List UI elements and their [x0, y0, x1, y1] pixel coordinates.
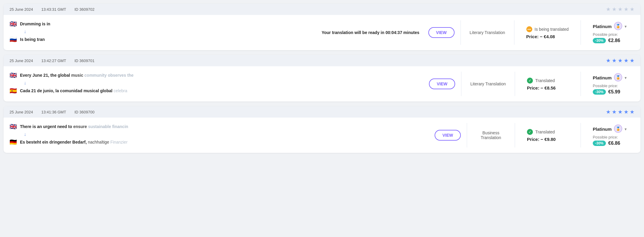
- expand-icon[interactable]: ▾: [625, 127, 626, 131]
- order-id: ID 3609700: [74, 110, 94, 114]
- source-bold-text: Drumming is in: [20, 21, 50, 26]
- arrow-icon: ↓: [24, 132, 435, 137]
- star-rating: ★★★★★: [606, 57, 634, 64]
- view-button[interactable]: VIEW: [429, 79, 455, 89]
- platinum-section: Platinum 🏅 ▾ Possible price: -30% €2.86: [587, 22, 634, 43]
- timer-section: Your translation will be ready in 00:04:…: [313, 30, 428, 35]
- target-bold-text: Is being tran: [20, 37, 45, 42]
- order-body: 🇬🇧 Every June 21, the global music commu…: [4, 66, 640, 101]
- source-normal-text: music: [70, 73, 84, 78]
- order-card: 25 June 2024 13:41:36 GMT ID 3609700 ★★★…: [4, 106, 640, 153]
- divider-3: [581, 123, 581, 147]
- target-text: Is being tran: [20, 37, 45, 42]
- star-icon[interactable]: ★: [630, 109, 634, 115]
- star-icon[interactable]: ★: [606, 109, 611, 115]
- order-id: ID 3609701: [74, 59, 94, 63]
- status-section: ✓ Translated Price: − €8.56: [521, 78, 575, 90]
- translation-text: 🇬🇧 There is an urgent need to ensure sus…: [10, 123, 435, 147]
- translation-text: 🇬🇧 Drumming is in ↓ 🇷🇺 Is being tran: [10, 20, 313, 45]
- target-flag: 🇩🇪: [10, 138, 17, 146]
- order-date: 25 June 2024: [10, 7, 33, 12]
- translation-type: BusinessTranslation: [473, 130, 509, 140]
- target-faded-text: celebra: [112, 88, 127, 93]
- expand-icon[interactable]: ▾: [625, 76, 626, 80]
- star-icon[interactable]: ★: [618, 6, 623, 13]
- source-text: Every June 21, the global music communit…: [20, 73, 133, 78]
- svg-text:🏅: 🏅: [616, 75, 621, 80]
- source-normal-text: ensure: [72, 124, 88, 129]
- divider-2: [515, 123, 515, 147]
- translation-type: Literary Translation: [467, 30, 508, 35]
- star-icon[interactable]: ★: [606, 57, 611, 64]
- view-button[interactable]: VIEW: [435, 130, 461, 141]
- source-bold-text: Every June 21, the global: [20, 73, 70, 78]
- star-icon[interactable]: ★: [624, 6, 629, 13]
- discount-badge: -30%: [593, 38, 606, 43]
- discount-badge: -30%: [593, 89, 606, 95]
- source-flag: 🇬🇧: [10, 123, 17, 130]
- svg-text:🏅: 🏅: [616, 126, 621, 131]
- translation-text: 🇬🇧 Every June 21, the global music commu…: [10, 72, 429, 96]
- star-rating: ★★★★★: [606, 6, 634, 13]
- divider-3: [581, 20, 581, 45]
- star-icon[interactable]: ★: [612, 57, 617, 64]
- order-body: 🇬🇧 There is an urgent need to ensure sus…: [4, 118, 640, 153]
- target-text: Es besteht ein dringender Bedarf, nachha…: [20, 140, 127, 144]
- star-icon[interactable]: ★: [606, 6, 611, 13]
- price-label: Price: − €9.80: [527, 137, 569, 142]
- star-icon[interactable]: ★: [624, 109, 629, 115]
- divider-3: [581, 72, 581, 96]
- status-section: ✓ Translated Price: − €9.80: [521, 129, 575, 142]
- star-rating: ★★★★★: [606, 109, 634, 115]
- star-icon[interactable]: ★: [618, 109, 623, 115]
- target-normal-text: nachhaltige: [87, 140, 110, 144]
- platinum-section: Platinum 🏅 ▾ Possible price: -30% €6.86: [587, 124, 634, 146]
- platinum-label: Platinum: [593, 75, 612, 80]
- source-bold-text: There is an urgent need to: [20, 124, 72, 129]
- expand-icon[interactable]: ▾: [625, 24, 626, 29]
- star-icon[interactable]: ★: [612, 6, 617, 13]
- platinum-title: Platinum 🏅 ▾: [593, 22, 631, 31]
- target-row: 🇩🇪 Es besteht ein dringender Bedarf, nac…: [10, 138, 435, 146]
- target-flag: 🇷🇺: [10, 36, 17, 43]
- platinum-label: Platinum: [593, 24, 612, 29]
- divider-1: [461, 20, 461, 45]
- discounted-price: €2.86: [608, 38, 620, 43]
- price-label: Price: − €8.56: [527, 85, 569, 90]
- arrow-icon: ↓: [24, 81, 429, 85]
- order-header-info: 25 June 2024 13:43:31 GMT ID 3609702: [10, 7, 94, 12]
- translating-icon: •••: [526, 26, 532, 32]
- order-time: 13:42:27 GMT: [41, 59, 66, 63]
- target-bold-text: Es besteht ein dringender Bedarf,: [20, 140, 87, 144]
- order-header-info: 25 June 2024 13:42:27 GMT ID 3609701: [10, 59, 94, 63]
- order-header: 25 June 2024 13:41:36 GMT ID 3609700 ★★★…: [4, 106, 640, 118]
- divider-2: [514, 20, 514, 45]
- status-row: ••• Is being translated: [526, 26, 569, 32]
- discounted-price: €6.86: [608, 141, 620, 146]
- order-time: 13:43:31 GMT: [41, 7, 66, 12]
- discount-row: -30% €2.86: [593, 38, 631, 43]
- possible-price-label: Possible price:: [593, 135, 631, 139]
- translated-icon: ✓: [527, 78, 533, 84]
- platinum-badge-icon: 🏅: [614, 22, 622, 31]
- star-icon[interactable]: ★: [618, 57, 623, 64]
- order-id: ID 3609702: [74, 7, 94, 12]
- possible-price-label: Possible price:: [593, 32, 631, 37]
- source-text: There is an urgent need to ensure sustai…: [20, 124, 128, 129]
- target-faded-text: Finanzier: [110, 140, 127, 144]
- order-card: 25 June 2024 13:43:31 GMT ID 3609702 ★★★…: [4, 4, 640, 50]
- arrow-icon: ↓: [24, 29, 313, 34]
- target-text: Cada 21 de junio, la comunidad musical g…: [20, 88, 127, 93]
- star-icon[interactable]: ★: [624, 57, 629, 64]
- order-date: 25 June 2024: [10, 110, 33, 114]
- source-row: 🇬🇧 There is an urgent need to ensure sus…: [10, 123, 435, 130]
- star-icon[interactable]: ★: [630, 6, 634, 13]
- status-row: ✓ Translated: [527, 78, 569, 84]
- order-body: 🇬🇧 Drumming is in ↓ 🇷🇺 Is being tran You…: [4, 15, 640, 50]
- order-card: 25 June 2024 13:42:27 GMT ID 3609701 ★★★…: [4, 55, 640, 101]
- star-icon[interactable]: ★: [630, 57, 634, 64]
- source-faded-text: sustainable financin: [88, 124, 128, 129]
- view-button[interactable]: VIEW: [428, 27, 455, 38]
- platinum-section: Platinum 🏅 ▾ Possible price: -30% €5.99: [587, 73, 634, 95]
- star-icon[interactable]: ★: [612, 109, 617, 115]
